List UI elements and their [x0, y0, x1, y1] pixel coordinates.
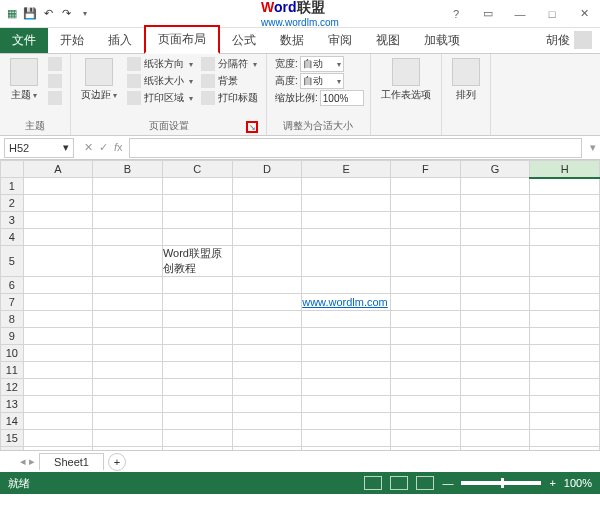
cell-F4[interactable] — [390, 229, 460, 246]
row-header-8[interactable]: 8 — [1, 311, 24, 328]
cell-D10[interactable] — [232, 345, 302, 362]
cancel-formula-icon[interactable]: ✕ — [84, 141, 93, 154]
cell-G2[interactable] — [460, 195, 530, 212]
fonts-button[interactable] — [46, 73, 64, 89]
height-field[interactable]: 自动 — [300, 73, 344, 89]
cell-H4[interactable] — [530, 229, 600, 246]
cell-C5[interactable]: Word联盟原创教程 — [162, 246, 232, 277]
cell-D4[interactable] — [232, 229, 302, 246]
cell-D8[interactable] — [232, 311, 302, 328]
cell-C6[interactable] — [162, 277, 232, 294]
cell-A7[interactable] — [23, 294, 93, 311]
row-header-15[interactable]: 15 — [1, 430, 24, 447]
cell-E7[interactable]: www.wordlm.com — [302, 294, 391, 311]
cell-G13[interactable] — [460, 396, 530, 413]
cell-A10[interactable] — [23, 345, 93, 362]
cell-G3[interactable] — [460, 212, 530, 229]
cell-A14[interactable] — [23, 413, 93, 430]
cell-D3[interactable] — [232, 212, 302, 229]
cell-G8[interactable] — [460, 311, 530, 328]
cell-F1[interactable] — [390, 178, 460, 195]
cell-F16[interactable] — [390, 447, 460, 451]
cell-C9[interactable] — [162, 328, 232, 345]
themes-button[interactable]: 主题 — [6, 56, 42, 104]
tab-page-layout[interactable]: 页面布局 — [144, 25, 220, 54]
cell-H14[interactable] — [530, 413, 600, 430]
cell-H2[interactable] — [530, 195, 600, 212]
cell-G9[interactable] — [460, 328, 530, 345]
cell-G6[interactable] — [460, 277, 530, 294]
add-sheet-button[interactable]: + — [108, 453, 126, 471]
cell-D5[interactable] — [232, 246, 302, 277]
tab-data[interactable]: 数据 — [268, 28, 316, 53]
cell-F6[interactable] — [390, 277, 460, 294]
cell-G1[interactable] — [460, 178, 530, 195]
tab-home[interactable]: 开始 — [48, 28, 96, 53]
tab-view[interactable]: 视图 — [364, 28, 412, 53]
expand-formula-icon[interactable]: ▾ — [586, 141, 600, 154]
column-header-A[interactable]: A — [23, 161, 93, 178]
cell-E10[interactable] — [302, 345, 391, 362]
cell-A8[interactable] — [23, 311, 93, 328]
cell-C2[interactable] — [162, 195, 232, 212]
zoom-in-button[interactable]: + — [549, 477, 555, 489]
cell-G5[interactable] — [460, 246, 530, 277]
cell-G10[interactable] — [460, 345, 530, 362]
cell-E3[interactable] — [302, 212, 391, 229]
cell-D6[interactable] — [232, 277, 302, 294]
cell-B8[interactable] — [93, 311, 163, 328]
cell-F9[interactable] — [390, 328, 460, 345]
undo-icon[interactable]: ↶ — [40, 6, 56, 22]
row-header-6[interactable]: 6 — [1, 277, 24, 294]
cell-C8[interactable] — [162, 311, 232, 328]
cell-B4[interactable] — [93, 229, 163, 246]
cell-D7[interactable] — [232, 294, 302, 311]
cell-H13[interactable] — [530, 396, 600, 413]
cell-H6[interactable] — [530, 277, 600, 294]
column-header-C[interactable]: C — [162, 161, 232, 178]
user-account[interactable]: 胡俊 — [538, 27, 600, 53]
row-header-1[interactable]: 1 — [1, 178, 24, 195]
cell-B16[interactable] — [93, 447, 163, 451]
tab-file[interactable]: 文件 — [0, 28, 48, 53]
cell-D13[interactable] — [232, 396, 302, 413]
page-break-view-button[interactable] — [416, 476, 434, 490]
cell-B14[interactable] — [93, 413, 163, 430]
row-header-5[interactable]: 5 — [1, 246, 24, 277]
save-icon[interactable]: 💾 — [22, 6, 38, 22]
row-header-12[interactable]: 12 — [1, 379, 24, 396]
print-titles-button[interactable]: 打印标题 — [199, 90, 260, 106]
cell-C16[interactable] — [162, 447, 232, 451]
cell-D9[interactable] — [232, 328, 302, 345]
arrange-button[interactable]: 排列 — [448, 56, 484, 104]
page-setup-dialog-launcher[interactable]: ↘ — [246, 121, 258, 133]
cell-D11[interactable] — [232, 362, 302, 379]
cell-A11[interactable] — [23, 362, 93, 379]
cell-A3[interactable] — [23, 212, 93, 229]
page-layout-view-button[interactable] — [390, 476, 408, 490]
zoom-out-button[interactable]: — — [442, 477, 453, 489]
row-header-4[interactable]: 4 — [1, 229, 24, 246]
cell-H5[interactable] — [530, 246, 600, 277]
cell-A1[interactable] — [23, 178, 93, 195]
tab-formulas[interactable]: 公式 — [220, 28, 268, 53]
cell-G16[interactable] — [460, 447, 530, 451]
cell-H1[interactable] — [530, 178, 600, 195]
cell-A4[interactable] — [23, 229, 93, 246]
cell-B7[interactable] — [93, 294, 163, 311]
row-header-3[interactable]: 3 — [1, 212, 24, 229]
row-header-11[interactable]: 11 — [1, 362, 24, 379]
cell-G11[interactable] — [460, 362, 530, 379]
cell-E2[interactable] — [302, 195, 391, 212]
enter-formula-icon[interactable]: ✓ — [99, 141, 108, 154]
cell-H12[interactable] — [530, 379, 600, 396]
size-button[interactable]: 纸张大小 — [125, 73, 195, 89]
cell-C10[interactable] — [162, 345, 232, 362]
cell-F3[interactable] — [390, 212, 460, 229]
tab-insert[interactable]: 插入 — [96, 28, 144, 53]
column-header-E[interactable]: E — [302, 161, 391, 178]
tab-addins[interactable]: 加载项 — [412, 28, 472, 53]
cell-H10[interactable] — [530, 345, 600, 362]
cell-E1[interactable] — [302, 178, 391, 195]
cell-F10[interactable] — [390, 345, 460, 362]
